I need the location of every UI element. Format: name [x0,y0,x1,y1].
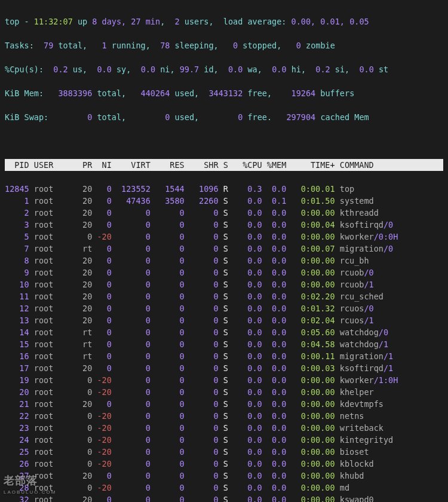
process-row[interactable]: 1 root2004743635802260 S0.00.10:01.50 sy… [5,195,443,207]
process-row[interactable]: 15 rootrt0000 S0.00.00:04.58 watchdog/1 [5,338,443,350]
process-row[interactable]: 17 root200000 S0.00.00:00.03 ksoftirqd/1 [5,362,443,374]
process-row[interactable]: 2 root200000 S0.00.00:00.00 kthreadd [5,207,443,219]
process-row[interactable]: 7 rootrt0000 S0.00.00:00.07 migration/0 [5,243,443,255]
process-list: 12845 root20012355215441096 R0.30.00:00.… [5,183,443,502]
process-row[interactable]: 26 root0-20000 S0.00.00:00.00 kblockd [5,458,443,470]
process-row[interactable]: 3 root200000 S0.00.00:00.04 ksoftirqd/0 [5,219,443,231]
process-row[interactable]: 12 root200000 S0.00.00:01.32 rcuos/0 [5,302,443,314]
process-row[interactable]: 9 root200000 S0.00.00:00.00 rcuob/0 [5,267,443,278]
summary-line-swap: KiB Swap: 0 total, 0 used, 0 free. 29790… [5,111,443,123]
process-row[interactable]: 23 root0-20000 S0.00.00:00.00 writeback [5,422,443,434]
process-row[interactable]: 28 root0-20000 S0.00.00:00.00 md [5,482,443,494]
column-header[interactable]: PID USERPRNIVIRTRESSHR S%CPU%MEMTIME+ CO… [5,159,443,171]
process-row[interactable]: 27 root200000 S0.00.00:00.00 khubd [5,470,443,482]
summary-line-uptime: top - 11:32:07 up 8 days, 27 min, 2 user… [5,16,443,27]
process-row[interactable]: 19 root0-20000 S0.00.00:00.00 kworker/1:… [5,374,443,386]
process-row[interactable]: 16 rootrt0000 S0.00.00:00.11 migration/1 [5,350,443,362]
process-row[interactable]: 12845 root20012355215441096 R0.30.00:00.… [5,183,443,195]
process-row[interactable]: 20 root0-20000 S0.00.00:00.00 khelper [5,386,443,398]
process-row[interactable]: 5 root0-20000 S0.00.00:00.00 kworker/0:0… [5,231,443,243]
process-row[interactable]: 25 root0-20000 S0.00.00:00.00 bioset [5,446,443,458]
process-row[interactable]: 14 rootrt0000 S0.00.00:05.60 watchdog/0 [5,326,443,338]
process-row[interactable]: 13 root200000 S0.00.00:02.04 rcuos/1 [5,314,443,326]
process-row[interactable]: 22 root0-20000 S0.00.00:00.00 netns [5,410,443,422]
summary-line-tasks: Tasks: 79 total, 1 running, 78 sleeping,… [5,39,443,51]
blank-line [5,135,443,147]
process-row[interactable]: 8 root200000 S0.00.00:00.00 rcu_bh [5,255,443,267]
summary-line-cpu: %Cpu(s): 0.2 us, 0.0 sy, 0.0 ni, 99.7 id… [5,63,443,75]
process-row[interactable]: 24 root0-20000 S0.00.00:00.00 kintegrity… [5,434,443,446]
summary-line-mem: KiB Mem: 3883396 total, 440264 used, 344… [5,87,443,99]
process-row[interactable]: 10 root200000 S0.00.00:00.00 rcuob/1 [5,278,443,290]
process-row[interactable]: 21 root200000 S0.00.00:00.00 kdevtmpfs [5,398,443,410]
terminal-screen[interactable]: top - 11:32:07 up 8 days, 27 min, 2 user… [0,0,448,502]
process-row[interactable]: 11 root200000 S0.00.00:02.20 rcu_sched [5,290,443,302]
process-row[interactable]: 32 root200000 S0.00.00:00.00 kswapd0 [5,494,443,502]
